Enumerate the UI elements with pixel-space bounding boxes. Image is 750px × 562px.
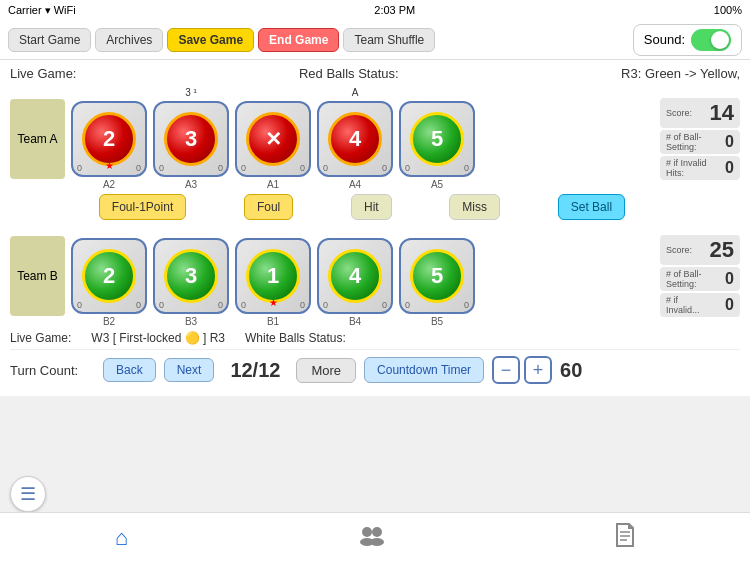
ball-col-a5: 5 0 0 A5 <box>399 87 475 190</box>
ball-b4: 4 <box>328 249 382 303</box>
group-icon <box>358 524 386 552</box>
ball-card-b2[interactable]: 2 0 0 <box>71 238 147 314</box>
foul-button[interactable]: Foul <box>244 194 293 220</box>
hit-button[interactable]: Hit <box>351 194 392 220</box>
miss-button[interactable]: Miss <box>449 194 500 220</box>
ball-a1-label: A1 <box>267 179 279 190</box>
countdown-timer-button[interactable]: Countdown Timer <box>364 357 484 383</box>
ball-a3-label: A3 <box>185 179 197 190</box>
score-row-b: Score: 25 <box>660 235 740 265</box>
invalid-row-b: # if Invalid... 0 <box>660 293 740 317</box>
invalid-val-b: 0 <box>712 296 734 314</box>
ball-setting-val-b: 0 <box>712 270 734 288</box>
ball-col-a4: A 4 0 0 A4 <box>317 87 393 190</box>
sound-toggle[interactable] <box>691 29 731 51</box>
ball-b5-label: B5 <box>431 316 443 327</box>
ball-card-a2[interactable]: 2 0 ★ 0 <box>71 101 147 177</box>
archives-button[interactable]: Archives <box>95 28 163 52</box>
ball-col-b4: 4 0 0 B4 <box>317 224 393 327</box>
save-game-button[interactable]: Save Game <box>167 28 254 52</box>
corner-br-a4: 0 <box>382 163 387 173</box>
invalid-key-b: # if Invalid... <box>666 295 712 315</box>
ball-setting-key-a: # of Ball-Setting: <box>666 132 712 152</box>
score-panel-b: Score: 25 # of Ball-Setting: 0 # if Inva… <box>660 235 740 317</box>
ball-a2: 2 <box>82 112 136 166</box>
next-button[interactable]: Next <box>164 358 215 382</box>
top-nav: Start Game Archives Save Game End Game T… <box>0 20 750 60</box>
countdown-stepper: − + <box>492 356 552 384</box>
ball-setting-val-a: 0 <box>712 133 734 151</box>
corner-bl-b1: 0 <box>241 300 246 310</box>
tab-home[interactable]: ⌂ <box>95 521 148 555</box>
countdown-minus-button[interactable]: − <box>492 356 520 384</box>
status-bar: Carrier ▾ WiFi 2:03 PM 100% <box>0 0 750 20</box>
ball-col-b2: 2 0 0 B2 <box>71 224 147 327</box>
home-icon: ⌂ <box>115 525 128 551</box>
ball-card-a3[interactable]: 3 0 0 <box>153 101 229 177</box>
invalid-val-a: 0 <box>712 159 734 177</box>
corner-bl-a2: 0 <box>77 163 82 173</box>
corner-bl-b3: 0 <box>159 300 164 310</box>
red-balls-status: Red Balls Status: <box>299 66 399 81</box>
corner-bl-a1: 0 <box>241 163 246 173</box>
live-bottom: Live Game: W3 [ First-locked 🟡 ] R3 Whit… <box>10 331 740 345</box>
score-key-b: Score: <box>666 245 710 255</box>
ball-card-a1[interactable]: 0 0 <box>235 101 311 177</box>
corner-br-b5: 0 <box>464 300 469 310</box>
main-content: Live Game: Red Balls Status: R3: Green -… <box>0 60 750 396</box>
tab-group[interactable] <box>338 520 406 556</box>
menu-button[interactable]: ☰ <box>10 476 46 512</box>
ball-a3-top: 3 ¹ <box>185 87 197 101</box>
corner-bl-a5: 0 <box>405 163 410 173</box>
turn-count-label: Turn Count: <box>10 363 95 378</box>
end-game-button[interactable]: End Game <box>258 28 339 52</box>
live-bottom-label: Live Game: <box>10 331 71 345</box>
countdown-plus-button[interactable]: + <box>524 356 552 384</box>
team-a-row: Team A 2 0 ★ 0 A2 3 ¹ 3 <box>10 87 740 190</box>
svg-point-0 <box>362 527 372 537</box>
ball-a3: 3 <box>164 112 218 166</box>
ball-b1: 1 <box>246 249 300 303</box>
countdown-value: 60 <box>560 359 582 382</box>
ball-card-a4[interactable]: 4 0 0 <box>317 101 393 177</box>
corner-br-b3: 0 <box>218 300 223 310</box>
ball-card-b4[interactable]: 4 0 0 <box>317 238 393 314</box>
svg-point-1 <box>372 527 382 537</box>
team-b-balls: 2 0 0 B2 3 0 0 B3 1 <box>71 224 654 327</box>
score-panel-a: Score: 14 # of Ball-Setting: 0 # if Inva… <box>660 98 740 180</box>
ball-col-b1: 1 0 ★ 0 B1 <box>235 224 311 327</box>
ball-b3-label: B3 <box>185 316 197 327</box>
tab-doc[interactable] <box>595 518 655 558</box>
turn-count-row: Turn Count: Back Next 12/12 More Countdo… <box>10 349 740 390</box>
svg-point-3 <box>370 538 384 546</box>
invalid-row-a: # if Invalid Hits: 0 <box>660 156 740 180</box>
turn-count-value: 12/12 <box>230 359 280 382</box>
start-game-button[interactable]: Start Game <box>8 28 91 52</box>
back-button[interactable]: Back <box>103 358 156 382</box>
ball-b2: 2 <box>82 249 136 303</box>
more-button[interactable]: More <box>296 358 356 383</box>
live-game-label: Live Game: <box>10 66 76 81</box>
corner-br-b1: 0 <box>300 300 305 310</box>
ball-card-b3[interactable]: 3 0 0 <box>153 238 229 314</box>
corner-bl-b5: 0 <box>405 300 410 310</box>
ball-a4: 4 <box>328 112 382 166</box>
ball-card-b1[interactable]: 1 0 ★ 0 <box>235 238 311 314</box>
corner-br-b4: 0 <box>382 300 387 310</box>
foul-1point-button[interactable]: Foul-1Point <box>99 194 186 220</box>
ball-card-a5[interactable]: 5 0 0 <box>399 101 475 177</box>
action-row: Foul-1Point Foul Hit Miss Set Ball <box>70 194 740 220</box>
battery: 100% <box>714 4 742 16</box>
white-balls-status: White Balls Status: <box>245 331 346 345</box>
ball-b4-label: B4 <box>349 316 361 327</box>
team-b-row: Team B 2 0 0 B2 3 0 0 B3 <box>10 224 740 327</box>
team-shuffle-button[interactable]: Team Shuffle <box>343 28 435 52</box>
invalid-key-a: # if Invalid Hits: <box>666 158 712 178</box>
set-ball-button[interactable]: Set Ball <box>558 194 625 220</box>
ball-a2-label: A2 <box>103 179 115 190</box>
ball-col-a2: 2 0 ★ 0 A2 <box>71 87 147 190</box>
corner-bl-b4: 0 <box>323 300 328 310</box>
corner-br-a2: 0 <box>136 163 141 173</box>
ball-setting-row-a: # of Ball-Setting: 0 <box>660 130 740 154</box>
ball-card-b5[interactable]: 5 0 0 <box>399 238 475 314</box>
